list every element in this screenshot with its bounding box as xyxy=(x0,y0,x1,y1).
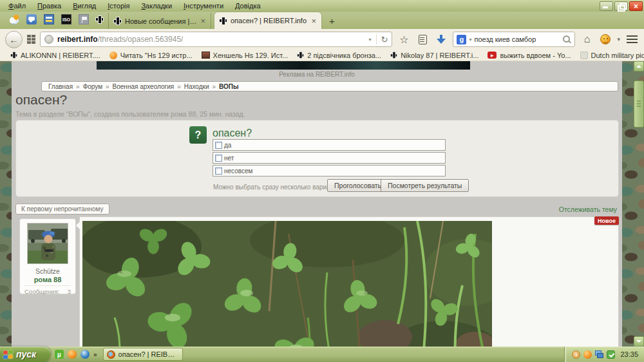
menu-tools[interactable]: Інструменти xyxy=(178,1,229,11)
ad-banner-image[interactable] xyxy=(97,61,470,70)
tab-label: Новые сообщения | REIBER... xyxy=(125,17,196,25)
bookmark-item[interactable]: ALIKONNN | REIBERT.... xyxy=(6,52,104,59)
breadcrumb-home[interactable]: Главная xyxy=(48,83,73,90)
new-badge: Новое xyxy=(594,216,619,225)
update-shield-icon[interactable] xyxy=(607,350,615,359)
watch-thread-link[interactable]: Отслеживать тему xyxy=(559,205,617,213)
menu-history[interactable]: Історія xyxy=(102,1,135,11)
avatar[interactable] xyxy=(27,223,68,264)
vertical-scrollbar[interactable] xyxy=(634,61,644,347)
search-engine-dropdown-icon[interactable]: ▾ xyxy=(469,37,471,43)
breadcrumb-archeology[interactable]: Военная археология xyxy=(113,83,175,90)
question-mark-icon: ? xyxy=(189,126,207,144)
taskbar-clock: 23:35 xyxy=(620,350,638,358)
breadcrumb-forum[interactable]: Форум xyxy=(83,83,102,90)
quicklaunch-overflow-icon[interactable]: » xyxy=(93,351,97,358)
menu-view[interactable]: Вигляд xyxy=(67,1,102,11)
home-icon[interactable]: ⌂ xyxy=(580,33,594,45)
bookmark-item[interactable]: Хеншель Hs 129. Ист... xyxy=(198,52,292,59)
poll-checkbox[interactable] xyxy=(215,155,222,162)
toolbar-grid-icon[interactable] xyxy=(27,35,35,44)
user-card: Schütze рома 88 Сообщения: 3 xyxy=(19,218,76,294)
google-earth-icon[interactable] xyxy=(80,350,90,359)
site-identity-icon[interactable] xyxy=(44,35,53,44)
url-path: /threads/opasen.563945/ xyxy=(98,35,184,44)
restore-button[interactable] xyxy=(614,1,628,11)
reibert-cross-app-tab-icon[interactable] xyxy=(96,16,103,23)
poll-checkbox[interactable] xyxy=(215,142,222,149)
post-photo[interactable] xyxy=(82,221,492,347)
vote-button[interactable]: Проголосовать xyxy=(327,179,388,192)
ad-link[interactable]: Реклама на REIBERT.info xyxy=(12,71,622,78)
reading-list-icon[interactable] xyxy=(415,35,430,44)
bookmark-item[interactable]: ▶выжить вдвоем - Yo... xyxy=(484,52,574,59)
bookmark-item[interactable]: Nikolay 87 | REIBERT.i... xyxy=(386,52,482,59)
breadcrumb-finds[interactable]: Находки xyxy=(184,83,209,90)
scroll-up-icon[interactable] xyxy=(634,61,644,71)
post-message: Новое xyxy=(79,216,619,347)
search-bar[interactable]: g ▾ поезд киев самбор xyxy=(453,32,575,47)
user-name[interactable]: рома 88 xyxy=(20,276,75,283)
henschel-favicon-icon xyxy=(202,52,210,59)
minimize-button[interactable] xyxy=(600,1,613,11)
orange-ball-app-icon[interactable] xyxy=(68,350,77,359)
weather-app-tab-icon[interactable] xyxy=(9,14,19,24)
menu-bar: Файл Правка Вигляд Історія Закладки Інст… xyxy=(0,0,644,12)
messages-count: 3 xyxy=(68,288,71,295)
menu-bookmarks[interactable]: Закладки xyxy=(135,1,178,11)
window-controls: × xyxy=(600,1,643,11)
smiley-addon-icon[interactable] xyxy=(598,34,612,44)
menu-file[interactable]: Файл xyxy=(3,1,32,11)
system-tray: ‹ 23:35 xyxy=(564,347,644,362)
bookmarks-bar: ALIKONNN | REIBERT.... Читать "Hs 129 ис… xyxy=(0,50,644,61)
tab-close-icon[interactable]: × xyxy=(200,17,205,25)
address-bar[interactable]: reibert.info/threads/opasen.563945/ ▾ ↻ xyxy=(40,32,392,47)
bars-app-tab-icon[interactable] xyxy=(44,14,54,24)
tray-orange-ball-icon[interactable] xyxy=(583,350,592,359)
utorrent-icon[interactable]: µ xyxy=(55,350,64,359)
bookmark-star-icon[interactable]: ☆ xyxy=(397,33,411,46)
start-button[interactable]: пуск xyxy=(0,347,50,362)
blank-favicon-icon xyxy=(580,52,588,59)
taskbar-firefox-task[interactable]: опасен? | REIBERT.in... xyxy=(103,348,183,361)
bookmark-item[interactable]: Dutch military pictures... xyxy=(576,52,644,59)
poll-hint: Можно выбрать сразу несколько вариантов. xyxy=(213,184,345,191)
search-magnifier-icon[interactable] xyxy=(563,35,571,44)
forum-post: Schütze рома 88 Сообщения: 3 xyxy=(15,216,619,347)
downloads-icon[interactable] xyxy=(434,34,448,44)
chat-app-tab-icon[interactable] xyxy=(26,14,37,24)
reibert-favicon-icon xyxy=(11,52,17,58)
view-results-button[interactable]: Посмотреть результаты xyxy=(381,179,469,192)
google-search-engine-icon[interactable]: g xyxy=(457,35,466,44)
search-input[interactable]: поезд киев самбор xyxy=(474,35,560,43)
menu-hamburger-icon[interactable] xyxy=(625,35,639,44)
flag-app-tab-icon[interactable] xyxy=(79,14,89,24)
page-content: Реклама на REIBERT.info Главная » Форум … xyxy=(12,61,622,347)
breadcrumb-vopy[interactable]: ВОПы xyxy=(219,83,238,90)
poll-option-net[interactable]: нет xyxy=(213,152,446,164)
menu-edit[interactable]: Правка xyxy=(32,1,67,11)
urlbar-dropdown-icon[interactable]: ▾ xyxy=(369,37,372,43)
reibert-favicon-icon xyxy=(220,17,227,24)
network-icon[interactable] xyxy=(595,350,603,359)
menu-help[interactable]: Довідка xyxy=(229,1,267,11)
iso-app-tab-icon[interactable]: ISO xyxy=(61,14,71,24)
close-window-button[interactable]: × xyxy=(629,1,643,11)
tab-close-icon[interactable]: × xyxy=(311,17,316,25)
bookmark-item[interactable]: 2 підсвічника бронза... xyxy=(293,52,385,59)
first-unread-button[interactable]: К первому непрочитанному xyxy=(15,204,109,214)
bookmark-item[interactable]: Читать "Hs 129 истр... xyxy=(106,52,196,59)
reload-icon[interactable]: ↻ xyxy=(381,35,388,44)
new-tab-button[interactable]: + xyxy=(321,15,343,29)
poll-option-nesovsem[interactable]: несовсем xyxy=(213,165,446,176)
tray-collapse-icon[interactable]: ‹ xyxy=(572,350,580,359)
tab-opasen-active[interactable]: опасен? | REIBERT.info × xyxy=(214,12,321,29)
back-button[interactable]: ← xyxy=(5,31,23,48)
poll-option-da[interactable]: да xyxy=(213,139,446,151)
reibert-favicon-icon xyxy=(114,17,121,24)
scroll-down-icon[interactable] xyxy=(634,336,644,347)
tab-new-messages[interactable]: Новые сообщения | REIBER... × xyxy=(108,13,211,29)
addon-dropdown-icon[interactable]: ▾ xyxy=(617,36,620,43)
scrollbar-thumb[interactable] xyxy=(634,81,644,128)
poll-checkbox[interactable] xyxy=(215,167,222,175)
